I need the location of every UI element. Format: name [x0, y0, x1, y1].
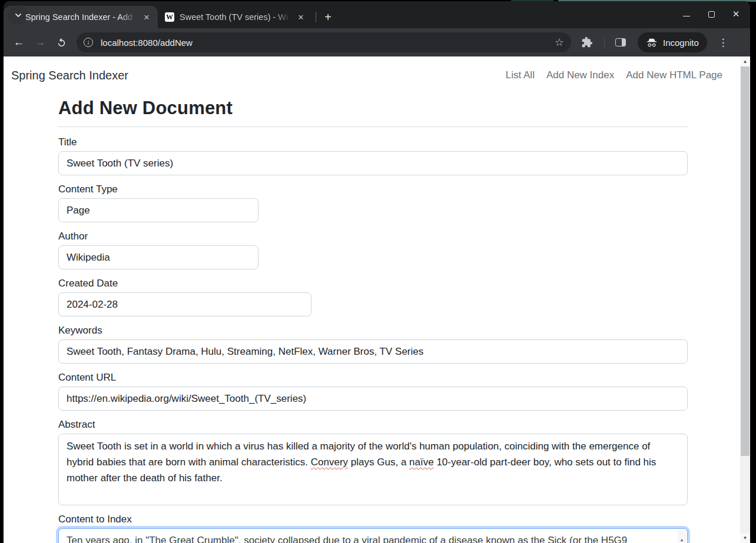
- content-to-index-textarea[interactable]: Ten years ago, in "The Great Crumble", s…: [58, 528, 688, 543]
- field-title: Title: [58, 136, 688, 175]
- field-content-to-index: Content to Index Ten years ago, in "The …: [58, 514, 688, 543]
- field-created-date: Created Date: [58, 278, 688, 317]
- abstract-label: Abstract: [58, 419, 688, 431]
- browser-window: Spring Search Indexer - Add ✕ W Sweet To…: [4, 1, 750, 543]
- keywords-label: Keywords: [58, 325, 688, 337]
- abstract-text: plays Gus, a: [348, 457, 409, 468]
- misspelled-word: Convery: [311, 457, 348, 468]
- close-window-button[interactable]: ✕: [728, 6, 744, 22]
- wikipedia-favicon-icon: W: [165, 12, 174, 22]
- page-scrollbar[interactable]: ▲ ▼: [740, 56, 750, 543]
- tab-title: Sweet Tooth (TV series) - Wi: [180, 12, 294, 22]
- side-panel-button[interactable]: [611, 32, 631, 52]
- content-to-index-label: Content to Index: [58, 514, 688, 525]
- abstract-textarea[interactable]: Sweet Tooth is set in a world in which a…: [58, 434, 688, 505]
- nav-link-add-new-html-page[interactable]: Add New HTML Page: [626, 69, 722, 81]
- tab-strip: Spring Search Indexer - Add ✕ W Sweet To…: [4, 1, 750, 28]
- minimize-icon: [683, 16, 690, 16]
- chevron-down-icon: [14, 11, 23, 20]
- author-input[interactable]: [58, 245, 258, 269]
- content-url-label: Content URL: [58, 372, 688, 384]
- reload-button[interactable]: [51, 32, 72, 53]
- created-date-label: Created Date: [58, 278, 688, 289]
- misspelled-word: naïve: [409, 457, 434, 468]
- window-controls: ✕: [678, 6, 744, 22]
- new-tab-button[interactable]: +: [320, 9, 336, 25]
- extensions-button[interactable]: [577, 32, 597, 52]
- field-keywords: Keywords: [58, 325, 688, 364]
- page-content: ▲ ▼ Spring Search Indexer List All Add N…: [4, 56, 750, 543]
- puzzle-icon: [581, 36, 593, 48]
- field-author: Author: [58, 231, 688, 269]
- textarea-scrollbar[interactable]: ▲: [678, 530, 686, 543]
- nav-link-list-all[interactable]: List All: [506, 69, 535, 81]
- bookmark-star-icon[interactable]: ☆: [555, 36, 564, 49]
- title-input[interactable]: [58, 151, 688, 175]
- back-button[interactable]: ←: [8, 32, 29, 53]
- content-url-input[interactable]: [58, 387, 688, 411]
- site-navbar: Spring Search Indexer List All Add New I…: [4, 56, 750, 94]
- nav-link-add-new-index[interactable]: Add New Index: [546, 69, 614, 81]
- created-date-input[interactable]: [58, 292, 311, 317]
- toolbar-separator: [604, 36, 605, 48]
- scroll-down-arrow[interactable]: ▼: [740, 533, 750, 543]
- content-type-input[interactable]: [58, 198, 258, 222]
- forward-button[interactable]: →: [29, 32, 51, 53]
- site-info-icon[interactable]: i: [84, 38, 93, 47]
- tab-title: Spring Search Indexer - Add: [25, 12, 140, 22]
- form-container: Add New Document Title Content Type Auth…: [58, 98, 688, 543]
- tab-close-icon[interactable]: ✕: [140, 11, 153, 24]
- tab-close-icon[interactable]: ✕: [294, 11, 307, 24]
- browser-toolbar: ← → i localhost:8080/addNew ☆ Incognito …: [4, 28, 750, 56]
- scroll-up-arrow[interactable]: ▲: [740, 56, 750, 66]
- keywords-input[interactable]: [58, 339, 688, 364]
- maximize-button[interactable]: [703, 6, 719, 22]
- nav-links: List All Add New Index Add New HTML Page: [506, 69, 722, 81]
- browser-menu-button[interactable]: ⋮: [713, 32, 733, 52]
- content-type-label: Content Type: [58, 184, 688, 195]
- heading-divider: [58, 126, 688, 127]
- tab-divider: [316, 12, 316, 22]
- scrollbar-thumb[interactable]: [741, 66, 750, 456]
- field-content-url: Content URL: [58, 372, 688, 411]
- minimize-button[interactable]: [678, 6, 695, 22]
- brand-link[interactable]: Spring Search Indexer: [11, 69, 128, 82]
- content-to-index-text: Ten years ago, in "The Great Crumble", s…: [67, 533, 679, 543]
- field-abstract: Abstract Sweet Tooth is set in a world i…: [58, 419, 688, 505]
- title-label: Title: [58, 136, 688, 148]
- address-bar[interactable]: i localhost:8080/addNew ☆: [77, 32, 571, 52]
- tab-sweet-tooth-wikipedia[interactable]: W Sweet Tooth (TV series) - Wi ✕: [158, 6, 312, 28]
- reload-icon: [57, 38, 67, 48]
- url-text: localhost:8080/addNew: [101, 38, 555, 48]
- incognito-icon: [646, 36, 658, 48]
- tab-spring-search-indexer[interactable]: Spring Search Indexer - Add ✕: [4, 6, 158, 28]
- incognito-badge: Incognito: [638, 32, 707, 52]
- page-title: Add New Document: [58, 98, 688, 119]
- textarea-scroll-up-arrow[interactable]: ▲: [680, 532, 684, 543]
- side-panel-icon: [615, 38, 626, 46]
- maximize-icon: [708, 11, 715, 18]
- incognito-label: Incognito: [663, 38, 699, 48]
- field-content-type: Content Type: [58, 184, 688, 222]
- author-label: Author: [58, 231, 688, 242]
